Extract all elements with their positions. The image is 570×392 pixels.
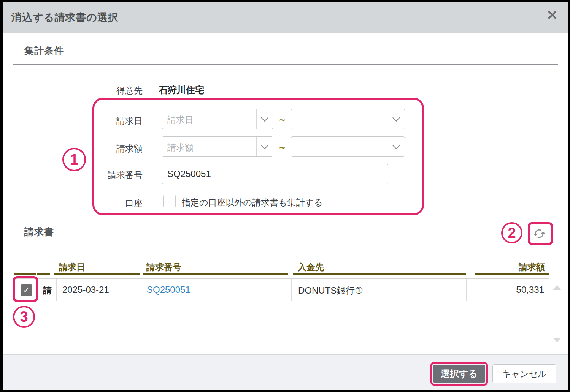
row-invoice-date: 2025-03-21 bbox=[62, 285, 109, 295]
scroll-up-icon[interactable] bbox=[553, 285, 561, 290]
invoice-select-dialog: 消込する請求書の選択 × 集計条件 得意先 石狩川住宅 請求日 請求日 ~ 請求… bbox=[3, 2, 568, 390]
dialog-header: 消込する請求書の選択 × bbox=[3, 2, 568, 33]
chevron-down-icon bbox=[392, 142, 400, 149]
annotation-step-2: 2 bbox=[501, 222, 522, 243]
close-icon[interactable]: × bbox=[546, 7, 558, 22]
row-invoice-mark: 請 bbox=[39, 285, 56, 296]
chevron-down-icon bbox=[261, 114, 268, 122]
col-header-payee: 入金先 bbox=[298, 261, 324, 273]
account-checkbox-label: 指定の口座以外の請求書も集計する bbox=[182, 197, 323, 209]
col-underline-date bbox=[54, 273, 140, 275]
customer-label: 得意先 bbox=[67, 85, 143, 96]
col-underline-checkbox bbox=[14, 273, 36, 275]
col-header-invoice-number: 請求番号 bbox=[146, 261, 181, 273]
conditions-heading: 集計条件 bbox=[24, 44, 64, 57]
col-underline-mark bbox=[37, 273, 50, 275]
chevron-down-icon bbox=[261, 142, 268, 149]
amount-range-tilde: ~ bbox=[273, 142, 291, 154]
select-button[interactable]: 選択する bbox=[433, 365, 485, 383]
invoices-heading: 請求書 bbox=[24, 226, 54, 238]
invoices-divider bbox=[13, 247, 558, 247]
invoice-amount-label: 請求額 bbox=[67, 143, 143, 155]
invoice-amount-from-select[interactable]: 請求額 bbox=[162, 136, 273, 157]
invoice-date-to-select[interactable] bbox=[291, 109, 405, 129]
invoice-number-label: 請求番号 bbox=[67, 169, 143, 181]
col-header-invoice-amount: 請求額 bbox=[466, 261, 547, 273]
dialog-title: 消込する請求書の選択 bbox=[11, 11, 119, 24]
annotation-box-select-button: 選択する bbox=[430, 362, 488, 386]
col-underline-number bbox=[143, 273, 288, 275]
row-payee: DONUTS銀行① bbox=[298, 285, 363, 297]
account-checkbox[interactable] bbox=[163, 195, 176, 207]
annotation-step-3: 3 bbox=[13, 306, 35, 328]
invoice-number-input[interactable] bbox=[162, 164, 388, 184]
cancel-button[interactable]: キャンセル bbox=[492, 364, 556, 383]
col-header-invoice-date: 請求日 bbox=[59, 261, 85, 273]
row-invoice-amount: 50,331 bbox=[466, 285, 544, 295]
refresh-icon bbox=[534, 227, 547, 240]
row-checkbox-checked[interactable]: ✓ bbox=[21, 284, 32, 296]
account-label: 口座 bbox=[67, 198, 143, 209]
col-underline-amount bbox=[475, 273, 549, 275]
chevron-down-icon bbox=[392, 114, 400, 122]
date-range-tilde: ~ bbox=[273, 114, 291, 126]
invoice-amount-from-placeholder: 請求額 bbox=[167, 142, 194, 153]
invoice-date-from-placeholder: 請求日 bbox=[167, 114, 194, 126]
customer-value: 石狩川住宅 bbox=[159, 84, 204, 96]
conditions-divider bbox=[13, 64, 558, 65]
scroll-down-icon[interactable] bbox=[553, 338, 561, 343]
table-row: ✓ 請 2025-03-21 SQ250051 DONUTS銀行① 50,331 bbox=[13, 278, 549, 301]
row-invoice-number-link[interactable]: SQ250051 bbox=[147, 285, 191, 295]
col-underline-payee bbox=[293, 273, 466, 275]
invoice-date-label: 請求日 bbox=[67, 115, 143, 127]
refresh-button[interactable] bbox=[528, 222, 553, 245]
invoice-date-from-select[interactable]: 請求日 bbox=[162, 109, 273, 129]
invoice-amount-to-select[interactable] bbox=[291, 136, 405, 157]
